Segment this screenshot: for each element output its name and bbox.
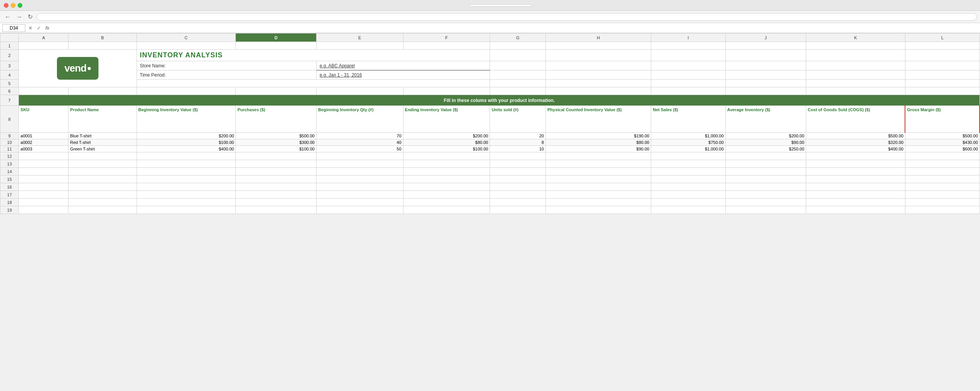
cell-c6[interactable] — [137, 87, 236, 95]
cell-units-3[interactable]: 10 — [490, 146, 546, 152]
cell-j5[interactable] — [725, 80, 806, 87]
cell-netsales-2[interactable]: $750.00 — [651, 139, 725, 146]
cell-eiv-3[interactable]: $100.00 — [403, 146, 490, 152]
cell-sku-3[interactable]: a0003 — [19, 146, 68, 152]
cell-j1[interactable] — [725, 42, 806, 50]
cell-f6[interactable] — [403, 87, 490, 95]
header-units-sold[interactable]: Units sold (#) — [490, 106, 546, 133]
forward-button[interactable]: → — [15, 13, 24, 20]
cell-i1[interactable] — [651, 42, 725, 50]
cell-j3[interactable] — [725, 61, 806, 70]
cell-e1[interactable] — [316, 42, 403, 50]
cell-netsales-3[interactable]: $1,000.00 — [651, 146, 725, 152]
cell-biv-1[interactable]: $200.00 — [137, 133, 236, 139]
header-average-inventory[interactable]: Average Inventory ($) — [725, 106, 806, 133]
cell-avginv-2[interactable]: $90.00 — [725, 139, 806, 146]
cell-l6[interactable] — [905, 87, 980, 95]
refresh-button[interactable]: ↻ — [26, 13, 34, 20]
header-gross-margin[interactable]: Gross Margin ($) — [905, 106, 980, 133]
cell-k3[interactable] — [806, 61, 905, 70]
header-net-sales[interactable]: Net Sales ($) — [651, 106, 725, 133]
header-ending-inventory-value[interactable]: Ending Inventory Value ($) — [403, 106, 490, 133]
cell-j2[interactable] — [725, 50, 806, 61]
maximize-button[interactable] — [18, 3, 22, 8]
cell-b6[interactable] — [68, 87, 137, 95]
cell-i3[interactable] — [651, 61, 725, 70]
cell-phys-1[interactable]: $190.00 — [546, 133, 651, 139]
cell-h6[interactable] — [546, 87, 651, 95]
cell-l1[interactable] — [905, 42, 980, 50]
cell-purch-2[interactable]: $300.00 — [236, 139, 317, 146]
col-header-f[interactable]: F — [403, 33, 490, 42]
cell-purch-1[interactable]: $500.00 — [236, 133, 317, 139]
col-header-e[interactable]: E — [316, 33, 403, 42]
cell-cdfg5[interactable] — [137, 80, 490, 87]
cell-k4[interactable] — [806, 70, 905, 80]
cell-b1[interactable] — [68, 42, 137, 50]
cell-sku-2[interactable]: a0002 — [19, 139, 68, 146]
header-physical-counted[interactable]: Physical Counted Inventory Value ($) — [546, 106, 651, 133]
header-beginning-inventory-value[interactable]: Beginning Inventory Value ($) — [137, 106, 236, 133]
cell-phys-3[interactable]: $90.00 — [546, 146, 651, 152]
cell-gm-3[interactable]: $600.00 — [905, 146, 980, 152]
col-header-l[interactable]: L — [905, 33, 980, 42]
cell-l5[interactable] — [905, 80, 980, 87]
cell-d6[interactable] — [236, 87, 317, 95]
col-header-j[interactable]: J — [725, 33, 806, 42]
cell-l3[interactable] — [905, 61, 980, 70]
cancel-formula-icon[interactable]: ✕ — [27, 25, 34, 31]
close-button[interactable] — [4, 3, 8, 8]
col-header-k[interactable]: K — [806, 33, 905, 42]
header-cogs[interactable]: Cost of Goods Sold (COGS) ($) — [806, 106, 905, 133]
cell-g4[interactable] — [490, 70, 546, 80]
cell-avginv-1[interactable]: $200.00 — [725, 133, 806, 139]
cell-k2[interactable] — [806, 50, 905, 61]
cell-h5[interactable] — [546, 80, 651, 87]
cell-cd4[interactable]: Time Period: — [137, 70, 316, 80]
cell-l2[interactable] — [905, 50, 980, 61]
cell-c1[interactable] — [137, 42, 236, 50]
cell-sku-1[interactable]: a0001 — [19, 133, 68, 139]
cell-product-1[interactable]: Blue T-shirt — [68, 133, 137, 139]
cell-product-2[interactable]: Red T-shirt — [68, 139, 137, 146]
cell-i6[interactable] — [651, 87, 725, 95]
cell-product-3[interactable]: Green T-shirt — [68, 146, 137, 152]
address-bar[interactable] — [37, 13, 977, 21]
col-header-h[interactable]: H — [546, 33, 651, 42]
cell-cogs-3[interactable]: $400.00 — [806, 146, 905, 152]
cell-a1[interactable] — [19, 42, 68, 50]
cell-l4[interactable] — [905, 70, 980, 80]
cell-phys-2[interactable]: $80.00 — [546, 139, 651, 146]
minimize-button[interactable] — [11, 3, 15, 8]
cell-biv-2[interactable]: $100.00 — [137, 139, 236, 146]
cell-reference-box[interactable]: D34 — [2, 24, 25, 32]
cell-a6[interactable] — [19, 87, 68, 95]
cell-i4[interactable] — [651, 70, 725, 80]
cell-gm-1[interactable]: $500.00 — [905, 133, 980, 139]
confirm-formula-icon[interactable]: ✓ — [35, 25, 42, 31]
cell-g6[interactable] — [490, 87, 546, 95]
cell-biq-2[interactable]: 40 — [316, 139, 403, 146]
back-button[interactable]: ← — [3, 13, 12, 20]
cell-i2[interactable] — [651, 50, 725, 61]
header-purchases[interactable]: Purchases ($) — [236, 106, 317, 133]
cell-purch-3[interactable]: $100.00 — [236, 146, 317, 152]
col-header-b[interactable]: B — [68, 33, 137, 42]
cell-units-2[interactable]: 8 — [490, 139, 546, 146]
header-product-name[interactable]: Product Name — [68, 106, 137, 133]
cell-j6[interactable] — [725, 87, 806, 95]
col-header-i[interactable]: I — [651, 33, 725, 42]
col-header-c[interactable]: C — [137, 33, 236, 42]
cell-h1[interactable] — [546, 42, 651, 50]
cell-j4[interactable] — [725, 70, 806, 80]
cell-biv-3[interactable]: $400.00 — [137, 146, 236, 152]
cell-units-1[interactable]: 20 — [490, 133, 546, 139]
cell-g3[interactable] — [490, 61, 546, 70]
cell-avginv-3[interactable]: $250.00 — [725, 146, 806, 152]
cell-ef3[interactable]: e.g. ABC Apparel — [316, 61, 490, 70]
cell-ef4[interactable]: e.g. Jan 1 - 31, 2016 — [316, 70, 490, 80]
formula-input[interactable] — [52, 25, 978, 31]
header-beginning-inventory-qty[interactable]: Beginning Inventory Qty (#) — [316, 106, 403, 133]
cell-k5[interactable] — [806, 80, 905, 87]
cell-d1[interactable] — [236, 42, 317, 50]
